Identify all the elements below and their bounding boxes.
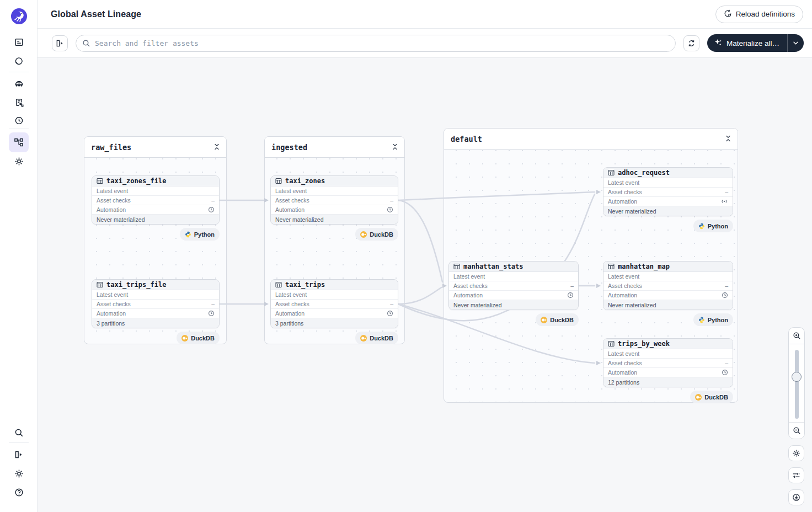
kind-badge-duckdb: DuckDB <box>355 332 398 344</box>
dagster-logo[interactable] <box>11 8 27 24</box>
duckdb-icon <box>181 335 188 342</box>
row-label: Automation <box>275 310 304 317</box>
row-label: Automation <box>97 206 126 213</box>
asset-checks-value: – <box>725 189 728 195</box>
lineage-toolbar: Materialize all… <box>38 29 812 58</box>
toggle-sidebar-panel-button[interactable] <box>52 35 68 51</box>
python-icon <box>698 223 705 230</box>
clock-icon <box>722 369 728 376</box>
download-view-icon[interactable] <box>788 489 804 505</box>
asset-search <box>76 35 676 52</box>
row-label: Asset checks <box>97 301 131 307</box>
settings-icon[interactable] <box>11 153 26 169</box>
page-header: Global Asset Lineage Reload definitions <box>38 0 812 29</box>
settings-icon[interactable] <box>11 466 26 481</box>
asset-card-adhoc-request[interactable]: adhoc_request Latest event Asset checks–… <box>603 167 733 216</box>
asset-card-trips-by-week[interactable]: trips_by_week Latest event Asset checks–… <box>603 338 733 387</box>
group-header-ingested[interactable]: ingested <box>265 137 404 158</box>
search-icon <box>82 39 90 50</box>
kind-badge-duckdb: DuckDB <box>177 332 220 344</box>
clock-icon <box>208 206 215 213</box>
clock-icon <box>208 310 215 317</box>
row-label: Automation <box>275 206 304 213</box>
zoom-in-icon[interactable] <box>789 328 804 344</box>
materialization-status: Never materialized <box>449 300 578 310</box>
asset-card-taxi-trips[interactable]: taxi_trips Latest event Asset checks– Au… <box>270 279 398 328</box>
deployment-icon[interactable] <box>11 75 26 90</box>
asset-card-manhattan-map[interactable]: manhattan_map Latest event Asset checks–… <box>603 261 733 310</box>
group-title: default <box>451 135 482 143</box>
reload-definitions-label: Reload definitions <box>736 10 795 18</box>
jobs-icon[interactable] <box>11 94 26 110</box>
table-icon <box>453 263 460 270</box>
row-label: Asset checks <box>608 360 642 366</box>
zoom-slider-handle[interactable] <box>792 372 802 382</box>
asset-checks-value: – <box>570 282 574 289</box>
duckdb-icon <box>360 231 367 238</box>
schedules-icon[interactable] <box>11 113 26 128</box>
page-title: Global Asset Lineage <box>51 9 141 19</box>
row-label: Automation <box>97 310 126 317</box>
lineage-canvas[interactable]: raw_files ingested default <box>38 58 812 512</box>
row-label: Asset checks <box>97 197 131 204</box>
collapse-group-icon[interactable] <box>214 142 220 152</box>
asset-name: taxi_trips <box>285 281 325 289</box>
table-icon <box>275 178 282 184</box>
materialization-status: Never materialized <box>603 300 733 310</box>
search-icon[interactable] <box>11 425 26 440</box>
collapse-group-icon[interactable] <box>392 142 398 152</box>
clock-icon <box>567 292 574 298</box>
row-label: Latest event <box>275 291 307 298</box>
rail-divider <box>9 442 29 443</box>
kind-badge-duckdb: DuckDB <box>355 228 398 241</box>
row-label: Automation <box>608 369 637 376</box>
graph-settings-icon[interactable] <box>788 445 804 461</box>
reload-definitions-button[interactable]: Reload definitions <box>715 6 803 23</box>
runs-icon[interactable] <box>11 53 26 68</box>
asset-name: taxi_trips_file <box>106 281 166 289</box>
table-icon <box>608 340 615 347</box>
overview-icon[interactable] <box>11 34 26 50</box>
kind-badge-python: Python <box>693 313 733 326</box>
asset-checks-value: – <box>725 360 728 366</box>
asset-name: manhattan_map <box>618 263 670 270</box>
refresh-icon[interactable] <box>683 35 699 51</box>
row-label: Asset checks <box>453 282 488 289</box>
asset-card-taxi-zones-file[interactable]: taxi_zones_file Latest event Asset check… <box>92 175 220 225</box>
help-icon[interactable] <box>11 484 26 500</box>
expand-panel-icon[interactable] <box>11 447 26 462</box>
row-label: Automation <box>453 292 483 298</box>
row-label: Automation <box>608 198 637 205</box>
row-label: Latest event <box>608 179 639 186</box>
row-label: Asset checks <box>608 282 642 289</box>
row-label: Latest event <box>608 350 639 357</box>
collapse-group-icon[interactable] <box>725 134 731 144</box>
filter-options-icon[interactable] <box>788 467 804 483</box>
materialize-options-caret[interactable] <box>787 34 804 52</box>
zoom-slider-track[interactable] <box>795 350 799 419</box>
clock-icon <box>722 292 728 298</box>
asset-checks-value: – <box>211 301 215 307</box>
zoom-control <box>788 327 805 439</box>
group-header-default[interactable]: default <box>444 129 738 150</box>
search-input[interactable] <box>76 35 676 52</box>
materialize-all-button[interactable]: Materialize all… <box>707 34 787 52</box>
asset-card-manhattan-stats[interactable]: manhattan_stats Latest event Asset check… <box>448 261 579 310</box>
materialization-status: Never materialized <box>92 215 219 224</box>
asset-checks-value: – <box>211 197 215 204</box>
row-label: Asset checks <box>275 301 309 307</box>
table-icon <box>97 178 103 184</box>
sensor-icon <box>720 199 728 204</box>
rail-divider <box>9 72 29 72</box>
asset-checks-value: – <box>390 301 393 307</box>
zoom-out-icon[interactable] <box>789 422 804 439</box>
code-location-reload-icon <box>724 9 732 19</box>
kind-badge-duckdb: DuckDB <box>690 391 733 403</box>
asset-card-taxi-trips-file[interactable]: taxi_trips_file Latest event Asset check… <box>92 279 220 328</box>
partitions-status: 3 partitions <box>92 318 219 328</box>
duckdb-icon <box>695 394 702 401</box>
asset-card-taxi-zones[interactable]: taxi_zones Latest event Asset checks– Au… <box>270 175 398 225</box>
table-icon <box>608 263 615 270</box>
lineage-icon[interactable] <box>9 132 29 152</box>
group-header-raw-files[interactable]: raw_files <box>84 137 226 158</box>
